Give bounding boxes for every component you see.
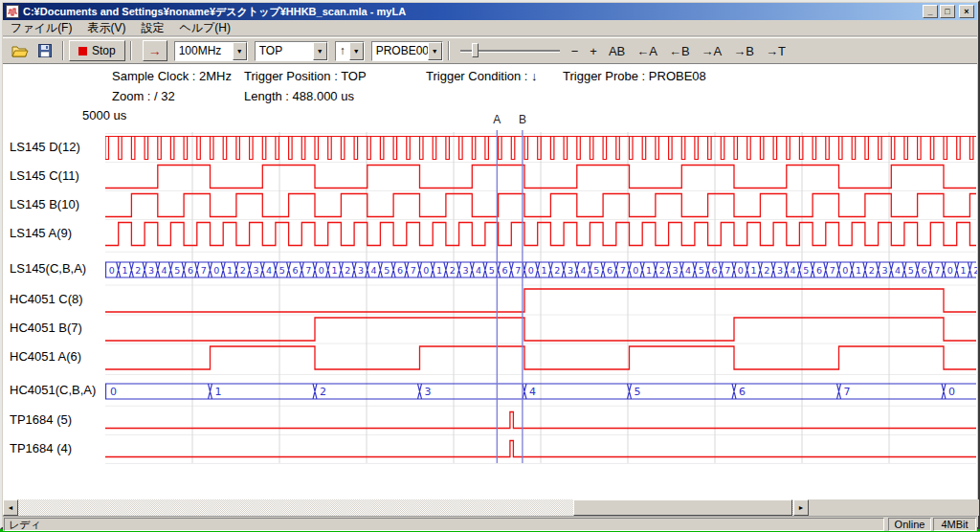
svg-text:0: 0 xyxy=(423,265,429,276)
save-button[interactable] xyxy=(33,40,57,61)
move-cursor-a-button[interactable]: →A xyxy=(696,44,728,58)
move-cursor-b-button[interactable]: →B xyxy=(727,44,760,58)
toolbar: Stop → 100MHz ▼ TOP ▼ ↑ ▼ PROBE00 ▼ − + … xyxy=(3,37,977,63)
menu-settings[interactable]: 設定 xyxy=(133,19,171,37)
zoom-out-button[interactable]: − xyxy=(566,44,585,58)
maximize-button[interactable]: □ xyxy=(940,5,955,18)
svg-text:0: 0 xyxy=(213,265,219,276)
scrollbar-thumb[interactable] xyxy=(573,499,792,516)
trigger-position-select[interactable]: TOP ▼ xyxy=(255,41,328,61)
menu-file[interactable]: ファイル(F) xyxy=(3,19,79,37)
svg-text:2: 2 xyxy=(320,386,326,398)
chevron-down-icon[interactable]: ▼ xyxy=(349,42,364,60)
svg-text:7: 7 xyxy=(515,265,521,276)
svg-text:7: 7 xyxy=(830,265,835,276)
svg-text:7: 7 xyxy=(305,265,311,276)
scroll-left-icon[interactable]: ◄ xyxy=(3,499,18,516)
cursor-label-b[interactable]: B xyxy=(519,113,526,126)
zoom-in-button[interactable]: + xyxy=(584,44,603,58)
svg-text:6: 6 xyxy=(607,265,612,276)
svg-text:6: 6 xyxy=(397,265,403,276)
window-title: C:¥Documents and Settings¥noname¥デスクトップ¥… xyxy=(23,5,919,19)
chevron-down-icon[interactable]: ▼ xyxy=(313,42,327,60)
goto-cursor-a-button[interactable]: ←A xyxy=(631,44,663,58)
trigger-position-info: Trigger Position : TOP xyxy=(244,69,367,83)
svg-text:3: 3 xyxy=(253,265,258,276)
scroll-right-icon[interactable]: ► xyxy=(793,499,809,516)
channel-label: LS145 B(10) xyxy=(10,197,79,211)
svg-text:3: 3 xyxy=(672,265,678,276)
svg-text:3: 3 xyxy=(425,386,432,398)
zoom-slider[interactable] xyxy=(460,41,560,60)
svg-text:6: 6 xyxy=(816,265,822,276)
statusbar: レディ Online 4MBit xyxy=(3,516,977,531)
svg-text:5: 5 xyxy=(699,265,704,276)
svg-text:4: 4 xyxy=(529,386,536,398)
svg-text:5: 5 xyxy=(279,265,285,276)
cursor-ab-button[interactable]: AB xyxy=(603,44,631,58)
toolbar-separator xyxy=(130,41,132,60)
svg-text:6: 6 xyxy=(739,386,746,398)
svg-text:1: 1 xyxy=(646,265,652,276)
svg-text:4: 4 xyxy=(266,265,272,276)
svg-text:1: 1 xyxy=(750,265,756,276)
svg-text:2: 2 xyxy=(764,265,769,276)
cursor-label-a[interactable]: A xyxy=(493,113,501,126)
menu-view[interactable]: 表示(V) xyxy=(79,19,133,37)
channel-label: TP1684 (5) xyxy=(10,412,72,427)
timebase-label: 5000 us xyxy=(82,108,126,122)
channel-label: LS145 D(12) xyxy=(10,140,80,154)
svg-text:4: 4 xyxy=(685,265,691,276)
chevron-down-icon[interactable]: ▼ xyxy=(428,42,442,60)
svg-text:4: 4 xyxy=(895,265,901,276)
run-button[interactable]: → xyxy=(143,40,167,61)
trigger-edge-select[interactable]: ↑ ▼ xyxy=(335,41,365,61)
app-icon[interactable] xyxy=(6,5,19,18)
svg-text:1: 1 xyxy=(960,265,966,276)
minimize-button[interactable]: _ xyxy=(923,5,938,18)
svg-text:1: 1 xyxy=(122,265,127,276)
svg-text:6: 6 xyxy=(711,265,717,276)
svg-text:2: 2 xyxy=(973,265,977,276)
chevron-down-icon[interactable]: ▼ xyxy=(233,42,247,60)
svg-text:2: 2 xyxy=(869,265,875,276)
titlebar: C:¥Documents and Settings¥noname¥デスクトップ¥… xyxy=(3,3,977,20)
svg-text:4: 4 xyxy=(476,265,481,276)
trigger-position-value: TOP xyxy=(256,42,313,60)
channel-label: LS145 A(9) xyxy=(10,226,72,240)
svg-text:1: 1 xyxy=(331,265,337,276)
open-button[interactable] xyxy=(8,40,33,61)
svg-text:1: 1 xyxy=(856,265,861,276)
trigger-probe-value: PROBE00 xyxy=(372,42,428,60)
stop-icon xyxy=(78,47,87,55)
svg-text:4: 4 xyxy=(581,265,587,276)
sample-clock-value: 100MHz xyxy=(175,42,233,60)
svg-text:2: 2 xyxy=(450,265,456,276)
close-button[interactable]: × xyxy=(959,5,974,18)
svg-text:0: 0 xyxy=(947,265,953,276)
svg-text:0: 0 xyxy=(948,386,955,398)
trigger-probe-select[interactable]: PROBE00 ▼ xyxy=(371,41,443,61)
svg-text:5: 5 xyxy=(593,265,599,276)
svg-text:4: 4 xyxy=(791,265,796,276)
sample-clock-select[interactable]: 100MHz ▼ xyxy=(174,41,248,61)
goto-trigger-button[interactable]: →T xyxy=(760,44,791,58)
zoom-slider-thumb[interactable] xyxy=(472,43,479,57)
waveform-canvas[interactable]: 0123456701234567012345670123456701234567… xyxy=(105,126,977,471)
svg-text:0: 0 xyxy=(528,265,534,276)
trigger-probe-info: Trigger Probe : PROBE08 xyxy=(563,69,706,83)
stop-button[interactable]: Stop xyxy=(69,40,125,61)
goto-cursor-b-button[interactable]: ←B xyxy=(663,44,696,58)
svg-text:5: 5 xyxy=(384,265,390,276)
zoom-info: Zoom : / 32 xyxy=(112,89,175,103)
svg-text:3: 3 xyxy=(881,265,887,276)
menubar: ファイル(F) 表示(V) 設定 ヘルプ(H) xyxy=(3,20,977,36)
svg-text:2: 2 xyxy=(554,265,560,276)
horizontal-scrollbar[interactable]: ◄ ► xyxy=(3,499,809,516)
svg-text:0: 0 xyxy=(319,265,324,276)
svg-text:3: 3 xyxy=(462,265,468,276)
svg-text:4: 4 xyxy=(162,265,167,276)
toolbar-separator xyxy=(62,41,64,60)
svg-text:5: 5 xyxy=(489,265,495,276)
menu-help[interactable]: ヘルプ(H) xyxy=(171,19,238,37)
